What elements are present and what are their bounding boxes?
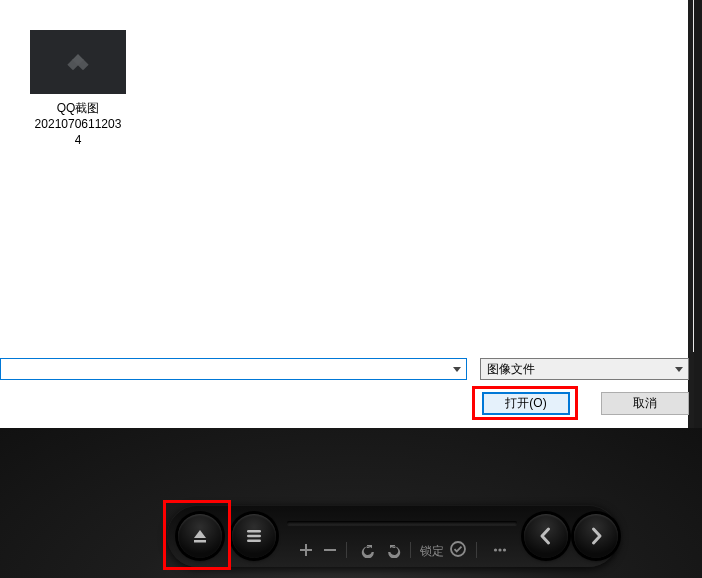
svg-point-9 [494,548,497,551]
plus-icon [299,543,313,557]
redo-icon [386,542,402,558]
svg-rect-3 [194,540,206,543]
next-button[interactable] [574,514,618,558]
open-button[interactable]: 打开(O) [482,392,570,415]
svg-point-11 [503,548,506,551]
svg-rect-5 [247,535,261,538]
undo-icon [360,542,376,558]
lock-toggle-label[interactable]: 锁定 [420,543,444,560]
svg-rect-7 [324,549,336,551]
menu-icon [244,526,264,546]
ellipsis-icon [493,543,507,557]
cancel-button[interactable]: 取消 [601,392,689,415]
zoom-in-button[interactable] [296,540,316,560]
zoom-out-button[interactable] [320,540,340,560]
chevron-right-icon [586,526,606,546]
divider [410,542,411,558]
eject-icon [190,526,210,546]
filetype-selected-label: 图像文件 [487,362,535,376]
eject-button[interactable] [178,514,222,558]
diamond-placeholder-icon [66,50,90,74]
svg-rect-4 [247,530,261,533]
filetype-dropdown[interactable]: 图像文件 [480,358,689,380]
playlist-button[interactable] [232,514,276,558]
progress-bar[interactable] [287,521,517,525]
minus-icon [323,543,337,557]
file-item[interactable]: QQ截图 2021070611203 4 [18,30,138,148]
svg-point-10 [498,548,501,551]
file-thumbnail [30,30,126,94]
lock-toggle-check[interactable] [450,541,466,560]
redo-button[interactable] [384,540,404,560]
more-options-button[interactable] [490,540,510,560]
file-name-label: QQ截图 2021070611203 4 [18,100,138,148]
filename-input[interactable] [0,358,467,380]
svg-rect-6 [247,539,261,542]
divider [476,542,477,558]
file-open-dialog: QQ截图 2021070611203 4 图像文件 打开(O) 取消 [0,0,694,428]
file-list-area[interactable]: QQ截图 2021070611203 4 [0,0,694,352]
check-circle-icon [450,541,466,557]
undo-button[interactable] [358,540,378,560]
divider [346,542,347,558]
chevron-left-icon [536,526,556,546]
previous-button[interactable] [524,514,568,558]
